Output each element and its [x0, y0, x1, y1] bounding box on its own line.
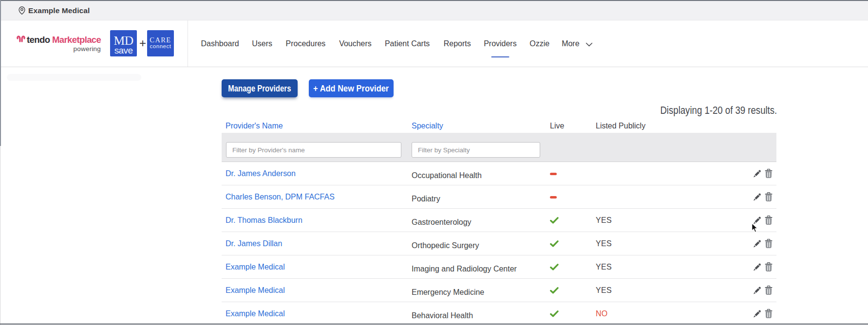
location-pin-icon: [19, 6, 25, 15]
live-check-indicator: [550, 232, 559, 255]
specialty-cell: Occupational Health: [412, 164, 482, 187]
plus-separator: +: [138, 36, 147, 50]
edit-pencil-icon[interactable]: [753, 263, 761, 273]
specialty-cell: Orthopedic Surgery: [412, 234, 479, 257]
nav-item-label: Providers: [484, 39, 517, 49]
edit-pencil-icon[interactable]: [753, 309, 761, 320]
primary-nav: DashboardUsersProceduresVouchersPatient …: [200, 20, 593, 67]
header-divider: [188, 20, 188, 67]
not-live-dash-indicator: [550, 162, 557, 185]
chevron-down-icon: [585, 42, 593, 47]
delete-trash-icon[interactable]: [765, 309, 773, 320]
provider-name-link[interactable]: Dr. James Dillan: [226, 232, 282, 255]
top-bar: Example Medical: [0, 1, 868, 20]
edit-pencil-icon[interactable]: [753, 193, 761, 203]
window-border-left-lower: [0, 146, 0, 325]
delete-trash-icon[interactable]: [765, 286, 773, 297]
table-row: Example MedicalBehavioral HealthNO: [222, 302, 776, 325]
nav-item-users[interactable]: Users: [251, 20, 273, 67]
dash-icon: [550, 173, 557, 175]
specialty-cell: Gastroenterology: [412, 211, 472, 234]
mdsave-logo: MD save: [110, 30, 137, 56]
nav-item-label: Procedures: [285, 39, 325, 49]
delete-trash-icon[interactable]: [765, 239, 773, 250]
provider-name-link[interactable]: Dr. James Anderson: [226, 162, 296, 185]
window-border-top: [0, 0, 868, 1]
specialty-cell: Behavioral Health: [412, 304, 473, 325]
current-location-label: Example Medical: [28, 6, 90, 15]
nav-item-label: Vouchers: [339, 39, 372, 49]
edit-pencil-icon[interactable]: [753, 239, 761, 250]
manage-providers-button[interactable]: Manage Providers: [222, 79, 298, 97]
table-row: Charles Benson, DPM FACFASPodiatry: [222, 185, 776, 209]
table-row: Dr. Thomas BlackburnGastroenterologyYES: [222, 209, 776, 232]
add-new-provider-label: + Add New Provider: [313, 83, 389, 94]
nav-item-label: Users: [252, 39, 273, 49]
provider-table-body: Dr. James AndersonOccupational HealthCha…: [222, 162, 776, 325]
nav-item-label: Reports: [443, 39, 471, 49]
filter-provider-name-input[interactable]: [226, 142, 401, 158]
nav-item-providers[interactable]: Providers: [483, 20, 518, 67]
table-row: Dr. James AndersonOccupational Health: [222, 162, 776, 185]
provider-name-link[interactable]: Example Medical: [226, 302, 285, 325]
live-check-icon: [550, 264, 559, 271]
listed-publicly-cell: YES: [596, 255, 612, 279]
nav-item-dashboard[interactable]: Dashboard: [200, 20, 240, 67]
table-row: Dr. James DillanOrthopedic SurgeryYES: [222, 232, 776, 255]
live-check-icon: [550, 217, 559, 224]
column-header-provider-name[interactable]: Provider's Name: [226, 121, 283, 131]
live-check-indicator: [550, 209, 559, 232]
window-border-bottom: [0, 324, 868, 325]
nav-item-ozzie[interactable]: Ozzie: [529, 20, 550, 67]
dash-icon: [550, 196, 557, 199]
column-header-specialty[interactable]: Specialty: [412, 121, 443, 131]
nav-item-procedures[interactable]: Procedures: [284, 20, 327, 67]
powering-label: powering: [17, 45, 101, 53]
faint-watermark: [7, 74, 141, 81]
careconnect-logo: CARE connect: [147, 30, 174, 56]
edit-pencil-icon[interactable]: [753, 286, 761, 296]
column-header-live: Live: [550, 121, 564, 131]
provider-name-link[interactable]: Dr. Thomas Blackburn: [226, 209, 302, 232]
provider-name-link[interactable]: Example Medical: [226, 279, 285, 302]
specialty-cell: Emergency Medicine: [412, 281, 484, 304]
delete-trash-icon[interactable]: [765, 216, 773, 227]
manage-providers-label: Manage Providers: [228, 83, 291, 94]
nav-item-vouchers[interactable]: Vouchers: [338, 20, 373, 67]
results-summary: Displaying 1-20 of 39 results.: [660, 105, 777, 117]
add-new-provider-button[interactable]: + Add New Provider: [309, 79, 394, 97]
nav-item-label: More: [562, 39, 580, 49]
provider-name-link[interactable]: Example Medical: [226, 255, 285, 279]
filter-specialty-input[interactable]: [412, 142, 540, 158]
tendo-wordmark: tendo Marketplace: [27, 35, 101, 45]
listed-publicly-cell: YES: [596, 232, 612, 255]
specialty-cell: Imaging and Radiology Center: [412, 257, 517, 281]
live-check-icon: [550, 287, 559, 294]
nav-item-patient-carts[interactable]: Patient Carts: [383, 20, 431, 67]
delete-trash-icon[interactable]: [765, 192, 773, 203]
filter-row: [222, 133, 776, 162]
live-check-indicator: [550, 255, 559, 279]
listed-publicly-cell: YES: [596, 279, 612, 302]
table-row: Example MedicalImaging and Radiology Cen…: [222, 255, 776, 279]
nav-item-more[interactable]: More: [561, 20, 593, 67]
nav-item-label: Ozzie: [529, 39, 549, 49]
table-row: Example MedicalEmergency MedicineYES: [222, 279, 776, 302]
live-check-icon: [550, 240, 559, 247]
tendo-logo-icon: [17, 35, 25, 43]
edit-pencil-icon[interactable]: [753, 169, 761, 180]
provider-name-link[interactable]: Charles Benson, DPM FACFAS: [226, 185, 335, 209]
listed-publicly-cell: YES: [596, 209, 612, 232]
not-live-dash-indicator: [550, 185, 557, 209]
specialty-cell: Podiatry: [412, 187, 440, 211]
delete-trash-icon[interactable]: [765, 169, 773, 180]
app-window: Example Medical tendo Marketplace poweri…: [0, 0, 868, 325]
nav-item-label: Dashboard: [201, 39, 239, 49]
column-header-listed-publicly: Listed Publicly: [596, 121, 645, 131]
nav-item-reports[interactable]: Reports: [443, 20, 472, 67]
delete-trash-icon[interactable]: [765, 262, 773, 273]
mouse-cursor: [751, 222, 759, 234]
live-check-icon: [550, 310, 559, 317]
main-header: tendo Marketplace powering MD save + CAR…: [0, 20, 868, 67]
live-check-indicator: [550, 302, 559, 325]
